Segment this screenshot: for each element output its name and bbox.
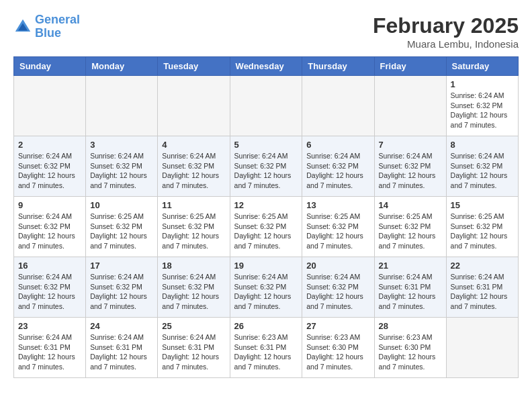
calendar-week-1: 1Sunrise: 6:24 AM Sunset: 6:32 PM Daylig… bbox=[14, 76, 519, 136]
day-info: Sunrise: 6:24 AM Sunset: 6:31 PM Dayligh… bbox=[379, 272, 442, 312]
weekday-header-tuesday: Tuesday bbox=[158, 57, 230, 76]
calendar-week-2: 2Sunrise: 6:24 AM Sunset: 6:32 PM Daylig… bbox=[14, 136, 519, 197]
day-number: 9 bbox=[18, 200, 81, 210]
day-info: Sunrise: 6:24 AM Sunset: 6:32 PM Dayligh… bbox=[451, 151, 514, 191]
day-info: Sunrise: 6:25 AM Sunset: 6:32 PM Dayligh… bbox=[90, 212, 153, 251]
day-info: Sunrise: 6:24 AM Sunset: 6:31 PM Dayligh… bbox=[18, 332, 81, 372]
logo-icon bbox=[13, 17, 32, 36]
calendar-cell: 1Sunrise: 6:24 AM Sunset: 6:32 PM Daylig… bbox=[446, 76, 518, 136]
day-number: 26 bbox=[234, 321, 298, 331]
day-number: 23 bbox=[18, 321, 81, 331]
calendar-cell bbox=[14, 76, 86, 136]
day-number: 15 bbox=[451, 200, 514, 210]
day-info: Sunrise: 6:24 AM Sunset: 6:32 PM Dayligh… bbox=[162, 151, 225, 191]
day-number: 4 bbox=[162, 140, 225, 150]
day-info: Sunrise: 6:24 AM Sunset: 6:32 PM Dayligh… bbox=[90, 151, 153, 191]
day-info: Sunrise: 6:24 AM Sunset: 6:32 PM Dayligh… bbox=[234, 272, 298, 312]
day-info: Sunrise: 6:24 AM Sunset: 6:31 PM Dayligh… bbox=[90, 332, 153, 372]
weekday-header-saturday: Saturday bbox=[446, 57, 518, 76]
calendar-cell: 4Sunrise: 6:24 AM Sunset: 6:32 PM Daylig… bbox=[158, 136, 230, 197]
calendar-cell: 10Sunrise: 6:25 AM Sunset: 6:32 PM Dayli… bbox=[86, 197, 158, 257]
calendar-header: SundayMondayTuesdayWednesdayThursdayFrid… bbox=[14, 57, 519, 76]
calendar-cell: 18Sunrise: 6:24 AM Sunset: 6:32 PM Dayli… bbox=[158, 257, 230, 318]
day-info: Sunrise: 6:24 AM Sunset: 6:32 PM Dayligh… bbox=[162, 272, 225, 312]
day-number: 28 bbox=[379, 321, 442, 331]
day-info: Sunrise: 6:24 AM Sunset: 6:31 PM Dayligh… bbox=[162, 332, 225, 372]
calendar-cell: 6Sunrise: 6:24 AM Sunset: 6:32 PM Daylig… bbox=[302, 136, 374, 197]
weekday-header-wednesday: Wednesday bbox=[230, 57, 302, 76]
day-number: 25 bbox=[162, 321, 225, 331]
calendar-cell: 20Sunrise: 6:24 AM Sunset: 6:32 PM Dayli… bbox=[302, 257, 374, 318]
day-info: Sunrise: 6:24 AM Sunset: 6:32 PM Dayligh… bbox=[306, 272, 369, 312]
day-number: 22 bbox=[451, 261, 514, 271]
calendar-cell: 27Sunrise: 6:23 AM Sunset: 6:30 PM Dayli… bbox=[302, 318, 374, 378]
weekday-header-monday: Monday bbox=[86, 57, 158, 76]
day-number: 27 bbox=[306, 321, 369, 331]
calendar-cell: 9Sunrise: 6:24 AM Sunset: 6:32 PM Daylig… bbox=[14, 197, 86, 257]
day-number: 18 bbox=[162, 261, 225, 271]
calendar-cell: 26Sunrise: 6:23 AM Sunset: 6:31 PM Dayli… bbox=[230, 318, 302, 378]
calendar-cell: 2Sunrise: 6:24 AM Sunset: 6:32 PM Daylig… bbox=[14, 136, 86, 197]
calendar-cell: 17Sunrise: 6:24 AM Sunset: 6:32 PM Dayli… bbox=[86, 257, 158, 318]
day-info: Sunrise: 6:25 AM Sunset: 6:32 PM Dayligh… bbox=[162, 212, 225, 251]
calendar-cell: 15Sunrise: 6:25 AM Sunset: 6:32 PM Dayli… bbox=[446, 197, 518, 257]
calendar-week-5: 23Sunrise: 6:24 AM Sunset: 6:31 PM Dayli… bbox=[14, 318, 519, 378]
calendar-cell: 5Sunrise: 6:24 AM Sunset: 6:32 PM Daylig… bbox=[230, 136, 302, 197]
day-info: Sunrise: 6:25 AM Sunset: 6:32 PM Dayligh… bbox=[379, 212, 442, 251]
day-info: Sunrise: 6:24 AM Sunset: 6:32 PM Dayligh… bbox=[379, 151, 442, 191]
day-number: 24 bbox=[90, 321, 153, 331]
weekday-header-thursday: Thursday bbox=[302, 57, 374, 76]
day-number: 16 bbox=[18, 261, 81, 271]
calendar-cell: 24Sunrise: 6:24 AM Sunset: 6:31 PM Dayli… bbox=[86, 318, 158, 378]
day-number: 21 bbox=[379, 261, 442, 271]
day-info: Sunrise: 6:24 AM Sunset: 6:32 PM Dayligh… bbox=[18, 151, 81, 191]
calendar-cell: 14Sunrise: 6:25 AM Sunset: 6:32 PM Dayli… bbox=[374, 197, 446, 257]
calendar-cell: 28Sunrise: 6:23 AM Sunset: 6:30 PM Dayli… bbox=[374, 318, 446, 378]
day-info: Sunrise: 6:23 AM Sunset: 6:31 PM Dayligh… bbox=[234, 332, 298, 372]
calendar-cell: 8Sunrise: 6:24 AM Sunset: 6:32 PM Daylig… bbox=[446, 136, 518, 197]
day-info: Sunrise: 6:24 AM Sunset: 6:32 PM Dayligh… bbox=[90, 272, 153, 312]
day-info: Sunrise: 6:23 AM Sunset: 6:30 PM Dayligh… bbox=[379, 332, 442, 372]
calendar-cell: 23Sunrise: 6:24 AM Sunset: 6:31 PM Dayli… bbox=[14, 318, 86, 378]
day-info: Sunrise: 6:24 AM Sunset: 6:32 PM Dayligh… bbox=[451, 91, 514, 130]
day-number: 1 bbox=[451, 79, 514, 89]
day-info: Sunrise: 6:24 AM Sunset: 6:32 PM Dayligh… bbox=[18, 272, 81, 312]
calendar-cell: 25Sunrise: 6:24 AM Sunset: 6:31 PM Dayli… bbox=[158, 318, 230, 378]
day-number: 13 bbox=[306, 200, 369, 210]
title-block: February 2025 Muara Lembu, Indonesia bbox=[373, 13, 519, 50]
day-info: Sunrise: 6:24 AM Sunset: 6:32 PM Dayligh… bbox=[18, 212, 81, 251]
calendar-cell bbox=[446, 318, 518, 378]
calendar-cell: 22Sunrise: 6:24 AM Sunset: 6:31 PM Dayli… bbox=[446, 257, 518, 318]
calendar-cell: 16Sunrise: 6:24 AM Sunset: 6:32 PM Dayli… bbox=[14, 257, 86, 318]
calendar-cell: 7Sunrise: 6:24 AM Sunset: 6:32 PM Daylig… bbox=[374, 136, 446, 197]
day-number: 10 bbox=[90, 200, 153, 210]
day-number: 8 bbox=[451, 140, 514, 150]
day-number: 5 bbox=[234, 140, 298, 150]
weekday-header-sunday: Sunday bbox=[14, 57, 86, 76]
location: Muara Lembu, Indonesia bbox=[373, 38, 519, 50]
calendar-cell: 12Sunrise: 6:25 AM Sunset: 6:32 PM Dayli… bbox=[230, 197, 302, 257]
logo-text: General Blue bbox=[35, 13, 80, 40]
day-info: Sunrise: 6:25 AM Sunset: 6:32 PM Dayligh… bbox=[451, 212, 514, 251]
day-number: 12 bbox=[234, 200, 298, 210]
day-info: Sunrise: 6:24 AM Sunset: 6:32 PM Dayligh… bbox=[306, 151, 369, 191]
day-info: Sunrise: 6:25 AM Sunset: 6:32 PM Dayligh… bbox=[306, 212, 369, 251]
day-number: 3 bbox=[90, 140, 153, 150]
calendar-cell: 11Sunrise: 6:25 AM Sunset: 6:32 PM Dayli… bbox=[158, 197, 230, 257]
calendar-cell bbox=[230, 76, 302, 136]
day-info: Sunrise: 6:24 AM Sunset: 6:31 PM Dayligh… bbox=[451, 272, 514, 312]
day-number: 2 bbox=[18, 140, 81, 150]
calendar-table: SundayMondayTuesdayWednesdayThursdayFrid… bbox=[13, 56, 519, 378]
calendar-cell bbox=[302, 76, 374, 136]
day-number: 17 bbox=[90, 261, 153, 271]
day-number: 11 bbox=[162, 200, 225, 210]
page-header: General Blue February 2025 Muara Lembu, … bbox=[13, 13, 519, 50]
day-number: 7 bbox=[379, 140, 442, 150]
calendar-cell bbox=[86, 76, 158, 136]
weekday-header-friday: Friday bbox=[374, 57, 446, 76]
calendar-cell: 13Sunrise: 6:25 AM Sunset: 6:32 PM Dayli… bbox=[302, 197, 374, 257]
month-year: February 2025 bbox=[373, 13, 519, 38]
day-info: Sunrise: 6:23 AM Sunset: 6:30 PM Dayligh… bbox=[306, 332, 369, 372]
day-number: 20 bbox=[306, 261, 369, 271]
calendar-cell: 3Sunrise: 6:24 AM Sunset: 6:32 PM Daylig… bbox=[86, 136, 158, 197]
